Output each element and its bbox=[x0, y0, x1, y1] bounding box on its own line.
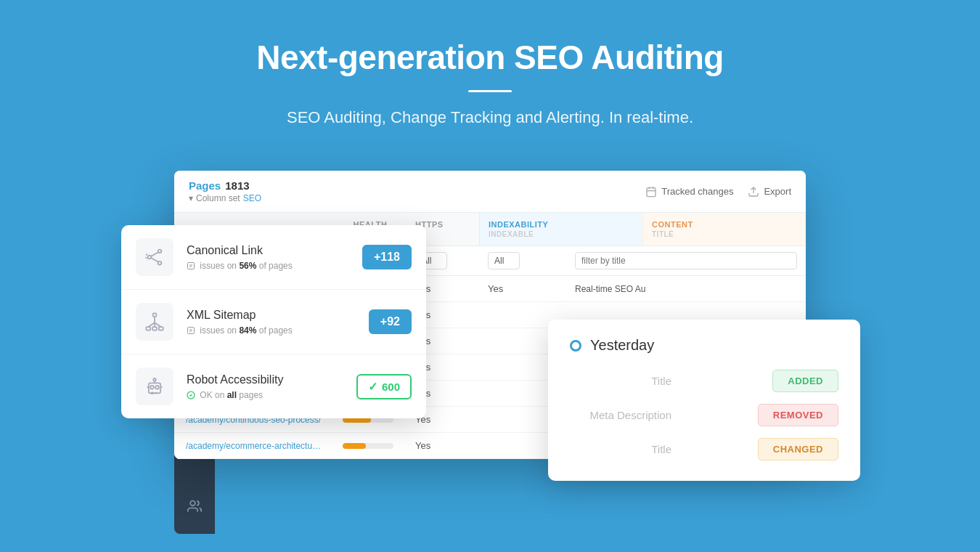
sidebar-icon-users[interactable] bbox=[181, 493, 208, 519]
hero-section: Next-generation SEO Auditing SEO Auditin… bbox=[0, 0, 980, 149]
change-panel: Yesterday Title ADDED Meta Description R… bbox=[548, 320, 860, 481]
row-url: /academy/ecommerce-architecture/ bbox=[174, 434, 334, 458]
title-filter-input[interactable] bbox=[575, 252, 797, 269]
svg-rect-26 bbox=[188, 328, 195, 334]
svg-rect-18 bbox=[153, 313, 157, 317]
window-header: Pages 1813 ▾ Column set SEO Tracked chan… bbox=[174, 171, 806, 213]
col-content-header: Content TITLE bbox=[642, 213, 806, 245]
svg-rect-19 bbox=[146, 327, 150, 330]
audit-xml-desc: issues on 84% of pages bbox=[187, 325, 356, 336]
svg-point-10 bbox=[148, 256, 152, 259]
change-date: Yesterday bbox=[590, 337, 654, 354]
row-https: Yes bbox=[407, 433, 479, 458]
hero-divider bbox=[468, 90, 512, 92]
row-title: Real-time SEO Au bbox=[566, 277, 806, 301]
audit-robot-desc: OK on all pages bbox=[187, 390, 343, 400]
status-badge-changed: CHANGED bbox=[758, 438, 838, 460]
audit-card-canonical: Canonical Link issues on 56% of pages +1… bbox=[121, 225, 426, 290]
change-panel-header: Yesterday bbox=[570, 337, 838, 354]
pages-label: Pages bbox=[189, 179, 221, 192]
canonical-icon bbox=[144, 247, 165, 267]
svg-rect-21 bbox=[159, 327, 163, 330]
status-badge-removed: REMOVED bbox=[758, 404, 838, 426]
change-row-meta-removed: Meta Description REMOVED bbox=[570, 404, 838, 426]
timeline-dot-icon bbox=[570, 340, 581, 352]
change-row-title-added: Title ADDED bbox=[570, 370, 838, 392]
pages-count: 1813 bbox=[225, 179, 249, 192]
audit-robot-badge: ✓ 600 bbox=[356, 374, 412, 399]
svg-line-14 bbox=[151, 258, 158, 261]
audit-xml-info: XML Sitemap issues on 84% of pages bbox=[187, 309, 356, 336]
svg-point-31 bbox=[155, 386, 159, 389]
robot-icon bbox=[144, 376, 165, 397]
audit-robot-info: Robot Accessibility OK on all pages bbox=[187, 373, 343, 400]
svg-point-4 bbox=[190, 501, 195, 506]
col-indexability-header: Indexability INDEXABLE bbox=[479, 213, 642, 245]
svg-rect-5 bbox=[647, 187, 656, 196]
svg-point-36 bbox=[152, 392, 153, 394]
indexable-filter-select[interactable]: All bbox=[488, 252, 520, 269]
filter-indexable: All bbox=[479, 246, 566, 275]
hero-subtitle: SEO Auditing, Change Tracking and Alerti… bbox=[0, 108, 980, 127]
audit-robot-title: Robot Accessibility bbox=[187, 373, 343, 386]
change-field-title: Title bbox=[570, 375, 671, 387]
audit-canonical-desc: issues on 56% of pages bbox=[187, 261, 349, 271]
xml-icon-wrap bbox=[136, 303, 173, 341]
audit-canonical-title: Canonical Link bbox=[187, 244, 349, 257]
robot-icon-wrap bbox=[136, 368, 173, 405]
window-header-left: Pages 1813 ▾ Column set SEO bbox=[189, 179, 261, 203]
canonical-icon-wrap bbox=[136, 238, 173, 276]
svg-point-30 bbox=[150, 386, 154, 389]
hero-title: Next-generation SEO Auditing bbox=[0, 38, 980, 77]
row-health bbox=[334, 436, 407, 456]
check-icon: ✓ bbox=[368, 380, 377, 394]
filter-title bbox=[566, 246, 806, 275]
svg-point-11 bbox=[158, 250, 162, 253]
col-indexable-sub: INDEXABLE bbox=[489, 230, 634, 238]
column-set: ▾ Column set SEO bbox=[189, 193, 261, 203]
status-badge-added: ADDED bbox=[772, 370, 838, 392]
export-button[interactable]: Export bbox=[748, 186, 791, 198]
audit-xml-title: XML Sitemap bbox=[187, 309, 356, 322]
chevron-down-icon: ▾ bbox=[189, 193, 193, 203]
svg-rect-15 bbox=[188, 263, 195, 269]
audit-card-xml: XML Sitemap issues on 84% of pages +92 bbox=[121, 290, 426, 354]
change-row-title-changed: Title CHANGED bbox=[570, 438, 838, 460]
svg-rect-20 bbox=[152, 327, 157, 330]
audit-card-robot: Robot Accessibility OK on all pages ✓ 60… bbox=[121, 354, 426, 418]
sitemap-icon bbox=[144, 312, 165, 332]
audit-xml-badge: +92 bbox=[369, 309, 412, 334]
audit-canonical-badge: +118 bbox=[362, 245, 412, 269]
audit-canonical-info: Canonical Link issues on 56% of pages bbox=[187, 244, 349, 271]
row-indexable: Yes bbox=[479, 276, 566, 301]
svg-point-12 bbox=[158, 261, 162, 265]
window-header-right: Tracked changes Export bbox=[645, 186, 791, 198]
change-field-meta: Meta Description bbox=[570, 409, 671, 421]
audit-panel: Canonical Link issues on 56% of pages +1… bbox=[121, 225, 426, 418]
change-field-title2: Title bbox=[570, 443, 671, 455]
svg-line-13 bbox=[151, 253, 158, 256]
col-title-sub: TITLE bbox=[652, 230, 797, 238]
pages-info: Pages 1813 ▾ Column set SEO bbox=[189, 179, 261, 203]
tracked-changes-button[interactable]: Tracked changes bbox=[645, 186, 733, 198]
svg-point-33 bbox=[153, 378, 156, 381]
